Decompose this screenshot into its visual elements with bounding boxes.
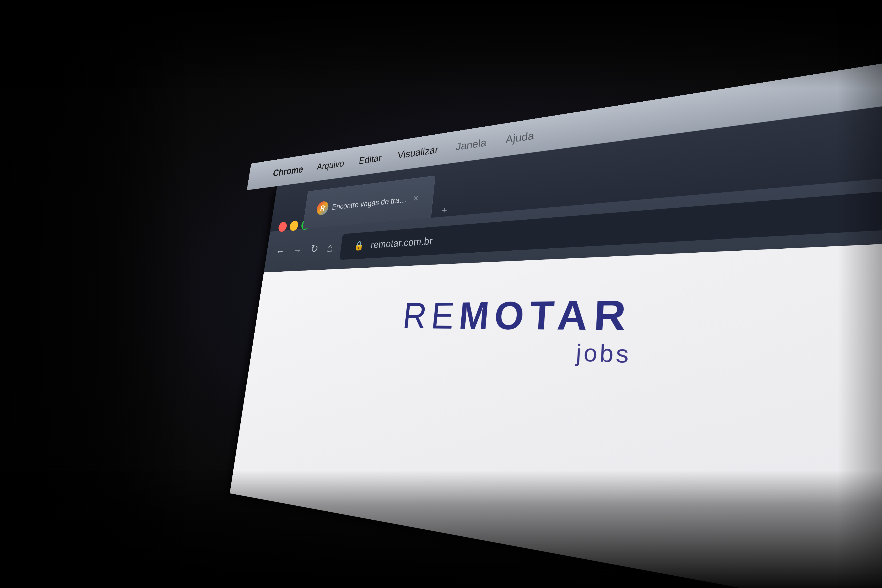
remotar-jobs-text: jobs (575, 339, 632, 368)
remotar-logo-text: REMOTAR (401, 291, 634, 340)
tab-title: Encontre vagas de trabalho (332, 195, 410, 212)
tab-favicon: R (316, 201, 329, 216)
traffic-light-close[interactable] (278, 222, 287, 232)
menu-chrome[interactable]: Chrome (272, 164, 304, 179)
menu-editar[interactable]: Editar (358, 152, 382, 166)
menu-extra2[interactable]: Ajuda (505, 129, 535, 146)
scene: Chrome Arquivo Editar Visualizar Janela … (0, 0, 882, 588)
reload-button[interactable]: ↻ (308, 240, 321, 257)
tab-close-button[interactable]: ✕ (412, 194, 420, 203)
forward-button[interactable]: → (291, 242, 304, 258)
lock-icon: 🔒 (354, 240, 364, 251)
address-text: remotar.com.br (370, 235, 433, 250)
remotar-motar: MOTAR (458, 291, 634, 340)
menu-arquivo[interactable]: Arquivo (316, 158, 345, 172)
remotar-logo: REMOTAR jobs (399, 291, 634, 368)
home-button[interactable]: ⌂ (325, 239, 335, 256)
menu-visualizar[interactable]: Visualizar (397, 144, 439, 161)
remotar-re: RE (401, 295, 461, 337)
menu-extra1[interactable]: Janela (455, 136, 487, 153)
back-button[interactable]: ← (274, 243, 287, 259)
traffic-light-minimize[interactable] (289, 220, 299, 231)
new-tab-button[interactable]: + (441, 204, 448, 217)
